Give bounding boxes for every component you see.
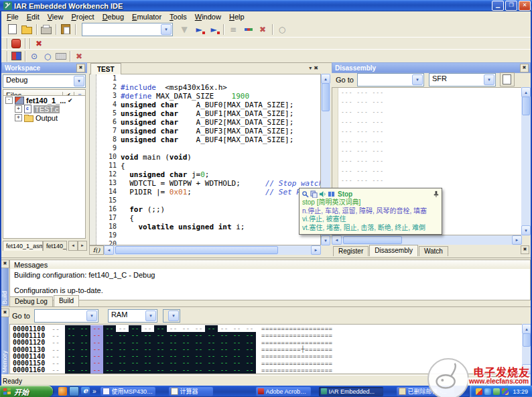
memory-panel-close-icon[interactable]: ✖ <box>1 308 9 317</box>
scroll-up-icon[interactable]: ▲ <box>521 87 531 97</box>
scroll-down-icon[interactable]: ▼ <box>522 364 531 374</box>
chevron-down-icon[interactable]: ▼ <box>161 24 172 35</box>
menu-tools[interactable]: Tools <box>165 13 191 21</box>
taskbar-task-mail[interactable]: 已删除邮件 -... <box>397 387 454 396</box>
workspace-header[interactable]: Workspace ✖ <box>1 62 87 73</box>
tree-item-fet140-1-[interactable]: -fet140_1_...✔ <box>3 96 85 105</box>
memory-cell[interactable]: -- <box>103 367 116 374</box>
memory-cell[interactable]: -- <box>167 367 180 374</box>
disassembly-horizontal-scrollbar[interactable]: ◄ ► <box>332 235 522 245</box>
function-list-button[interactable]: f() <box>89 245 104 255</box>
menu-emulator[interactable]: Emulator <box>128 13 165 21</box>
expand-icon[interactable]: + <box>15 105 22 113</box>
build-panel-close-icon[interactable]: ✖ <box>1 260 9 268</box>
memory-options-dropdown[interactable]: ▼ <box>163 309 180 323</box>
workspace-tab-fet140_1_asm[interactable]: fet140_1_asm <box>3 241 43 251</box>
maximize-button[interactable]: ❐ <box>505 1 517 11</box>
workspace-close-icon[interactable]: ✖ <box>76 64 85 72</box>
disassembly-vertical-scrollbar[interactable]: ▲ ▼ <box>521 87 531 235</box>
volume-icon[interactable] <box>493 388 500 395</box>
copy-icon[interactable] <box>310 190 318 198</box>
open-file-icon[interactable] <box>19 23 34 36</box>
memory-view[interactable]: 00001100--------------------------------… <box>9 324 523 374</box>
collapse-icon[interactable]: - <box>5 97 13 104</box>
menu-view[interactable]: View <box>44 13 68 21</box>
editor-tab-list-icon[interactable]: ▾ <box>309 65 312 71</box>
taskbar-task-notepad[interactable]: 计算器 <box>169 387 213 396</box>
taskbar-task-iar[interactable]: IAR Embedded... <box>319 387 383 396</box>
scroll-left-icon[interactable]: ◄ <box>68 241 78 251</box>
memory-cell[interactable]: -- <box>78 367 90 374</box>
make-icon[interactable]: ► <box>206 23 221 36</box>
memory-cell[interactable]: -- <box>129 367 141 374</box>
menu-debug[interactable]: Debug <box>98 13 128 21</box>
menu-edit[interactable]: Edit <box>23 13 44 21</box>
disassembly-close-icon[interactable]: ✖ <box>520 64 529 72</box>
antivirus-icon[interactable] <box>476 388 482 395</box>
media-icon[interactable] <box>58 387 67 396</box>
stop-debugging-icon[interactable]: ✖ <box>32 38 46 49</box>
build-log[interactable]: Building configuration: fet140_1_C - Deb… <box>9 269 531 300</box>
scroll-left-icon[interactable]: ◄ <box>104 245 114 255</box>
scroll-right-icon[interactable]: ► <box>78 241 87 251</box>
workspace-tab-fet140_[interactable]: fet140_ <box>43 241 67 251</box>
tab-watch[interactable]: Watch <box>419 246 448 256</box>
memory-cell[interactable]: -- <box>116 367 129 374</box>
interrupt-icon[interactable]: ✖ <box>72 51 86 62</box>
find-icon[interactable]: ▼ <box>177 23 192 36</box>
memory-cell[interactable]: -- <box>90 367 103 374</box>
minimize-button[interactable]: ▁ <box>492 1 504 11</box>
memory-cell[interactable]: -- <box>243 367 256 374</box>
breakpoints-icon[interactable] <box>9 51 23 62</box>
search-icon[interactable] <box>302 190 309 198</box>
chevron-down-icon[interactable]: ▼ <box>168 310 179 321</box>
menu-file[interactable]: File <box>3 13 23 21</box>
options-icon[interactable]: ⊙ <box>27 51 41 62</box>
tab-build[interactable]: Build <box>54 295 79 306</box>
memory-zone-combobox[interactable]: RAM ▼ <box>108 309 157 323</box>
scroll-left-icon[interactable]: ◄ <box>332 235 342 245</box>
scroll-down-icon[interactable]: ▼ <box>521 225 531 235</box>
tree-item-output[interactable]: +Output <box>3 113 85 122</box>
speaker-icon[interactable] <box>319 190 326 198</box>
chevron-down-icon[interactable]: ▼ <box>484 74 494 85</box>
memory-goto-combobox[interactable]: ▼ <box>34 309 98 323</box>
scroll-down-icon[interactable]: ▼ <box>321 235 330 245</box>
chevron-down-icon[interactable]: ▼ <box>145 310 156 321</box>
expand-icon[interactable]: + <box>15 114 22 121</box>
print-icon[interactable] <box>39 23 54 36</box>
memory-vertical-scrollbar[interactable]: ▲ ▼ <box>522 324 531 374</box>
editor-tab-test[interactable]: TEST <box>90 63 121 74</box>
taskbar-task-acrobat[interactable]: Adobe Acroba... <box>256 387 311 396</box>
tab-register[interactable]: Register <box>333 246 369 256</box>
tab-debug-log[interactable]: Debug Log <box>9 296 53 306</box>
network-icon[interactable] <box>502 388 509 395</box>
compile-icon[interactable]: ► <box>192 23 206 36</box>
dictionary-icon[interactable] <box>328 190 335 198</box>
new-document-icon[interactable] <box>5 23 19 36</box>
chevron-down-icon[interactable]: ▼ <box>74 76 84 87</box>
device-icon[interactable]: ○ <box>41 51 54 62</box>
pin-icon[interactable] <box>432 190 440 198</box>
code-editor[interactable]: 12#include <msp430x16x.h>3#define MAX_DA… <box>89 74 321 245</box>
title-bar[interactable]: IAR Embedded Workbench IDE ▁ ❐ ✕ <box>0 0 532 11</box>
scroll-up-icon[interactable]: ▲ <box>522 324 531 334</box>
start-button[interactable]: 开始 <box>0 386 53 397</box>
project-symbols-icon[interactable] <box>241 23 255 36</box>
keyboard-icon[interactable] <box>54 51 68 62</box>
menu-window[interactable]: Window <box>191 13 225 21</box>
search-combobox[interactable]: ▼ <box>82 23 173 36</box>
menu-help[interactable]: Help <box>225 13 249 21</box>
memory-cell[interactable]: -- <box>154 367 167 374</box>
tree-item-test-c[interactable]: +TEST.c <box>3 105 85 113</box>
disassembly-context-combobox[interactable]: SFR ▼ <box>429 73 496 87</box>
desktop-icon[interactable] <box>69 386 79 396</box>
taskbar-task-word-doc[interactable]: 使用MSP430F1... <box>101 387 155 396</box>
scroll-right-icon[interactable]: ► <box>512 235 522 245</box>
tab-disassembly[interactable]: Disassembly <box>369 245 418 256</box>
menu-project[interactable]: Project <box>67 13 98 21</box>
chevron-down-icon[interactable]: ▼ <box>412 74 423 85</box>
memory-cell[interactable]: -- <box>192 367 205 374</box>
disassembly-goto-combobox[interactable]: ▼ <box>357 73 424 87</box>
break-icon[interactable] <box>9 38 23 49</box>
